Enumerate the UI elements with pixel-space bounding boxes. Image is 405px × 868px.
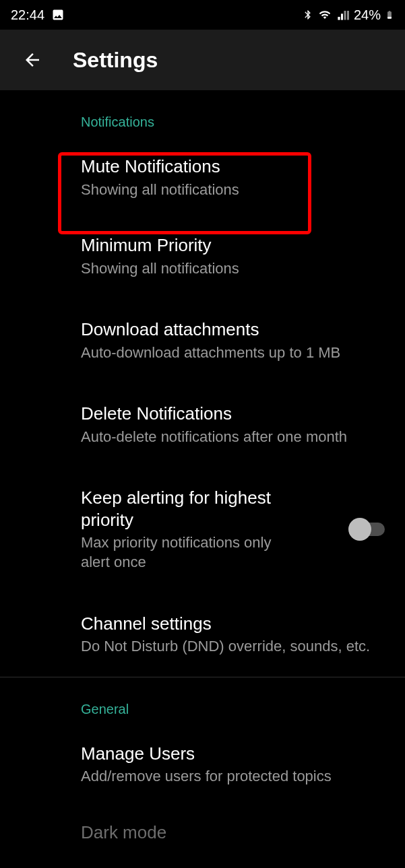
back-button[interactable] [19,46,46,73]
setting-subtitle: Showing all notifications [81,180,384,200]
setting-dark-mode[interactable]: Dark mode [0,801,405,844]
bluetooth-icon [303,8,313,22]
setting-title: Dark mode [81,822,330,844]
setting-subtitle: Showing all notifications [81,259,384,279]
setting-subtitle: Add/remove users for protected topics [81,767,384,787]
setting-subtitle: Auto-delete notifications after one mont… [81,428,384,447]
setting-title: Mute Notifications [81,156,330,178]
toggle-knob [348,518,371,541]
battery-icon [385,7,394,22]
setting-title: Delete Notifications [81,403,330,425]
app-bar: Settings [0,30,405,90]
battery-pct: 24% [354,7,381,23]
settings-content: Notifications Mute Notifications Showing… [0,90,405,843]
setting-channel-settings[interactable]: Channel settings Do Not Disturb (DND) ov… [0,593,405,677]
wifi-icon [317,9,332,21]
setting-subtitle: Auto-download attachments up to 1 MB [81,343,384,363]
toggle-keep-alerting[interactable] [350,523,385,536]
status-bar: 22:44 24% [0,0,405,30]
setting-title: Download attachments [81,319,330,341]
setting-delete-notifications[interactable]: Delete Notifications Auto-delete notific… [0,382,405,467]
setting-manage-users[interactable]: Manage Users Add/remove users for protec… [0,728,405,801]
page-title: Settings [73,48,158,73]
setting-download-attachments[interactable]: Download attachments Auto-download attac… [0,298,405,382]
setting-title: Minimum Priority [81,234,330,257]
setting-minimum-priority[interactable]: Minimum Priority Showing all notificatio… [0,214,405,298]
section-header-notifications: Notifications [0,90,405,141]
setting-mute-notifications[interactable]: Mute Notifications Showing all notificat… [0,141,405,214]
setting-title: Manage Users [81,743,330,765]
setting-subtitle: Do Not Disturb (DND) override, sounds, e… [81,637,384,657]
signal-icon [336,9,350,21]
setting-keep-alerting[interactable]: Keep alerting for highest priority Max p… [0,467,405,592]
setting-title: Channel settings [81,613,330,635]
section-header-general: General [0,677,405,728]
image-icon [51,8,65,22]
setting-title: Keep alerting for highest priority [81,487,303,531]
setting-subtitle: Max priority notifications only alert on… [81,533,303,572]
status-time: 22:44 [11,7,44,23]
